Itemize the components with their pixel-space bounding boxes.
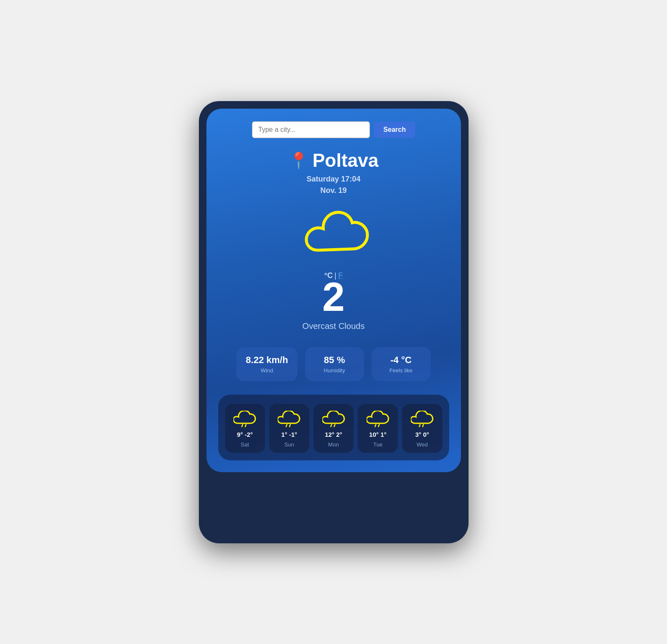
forecast-card-0: 9° -2° Sat bbox=[225, 404, 265, 453]
wind-label: Wind bbox=[246, 367, 288, 374]
search-bar: Search bbox=[218, 121, 449, 138]
app-container: Search 📍 Poltava Saturday 17:04 Nov. 19 … bbox=[199, 101, 469, 543]
forecast-temps-2: 12° 2° bbox=[325, 431, 342, 438]
weather-description: Overcast Clouds bbox=[218, 321, 449, 331]
humidity-label: Humidity bbox=[314, 367, 355, 374]
forecast-cloud-icon-4 bbox=[411, 411, 434, 428]
pin-icon: 📍 bbox=[289, 151, 308, 170]
search-input[interactable] bbox=[252, 121, 370, 138]
forecast-temps-4: 3° 0° bbox=[415, 431, 429, 438]
svg-line-5 bbox=[334, 425, 335, 427]
svg-line-2 bbox=[286, 425, 287, 427]
search-button[interactable]: Search bbox=[374, 122, 415, 138]
forecast-cloud-icon-0 bbox=[233, 411, 256, 428]
svg-line-4 bbox=[331, 425, 332, 427]
forecast-row: 9° -2° Sat 1° -1° Sun bbox=[225, 404, 442, 453]
svg-line-1 bbox=[245, 425, 246, 427]
forecast-card-3: 10° 1° Tue bbox=[358, 404, 398, 453]
city-name-text: Poltava bbox=[313, 150, 379, 171]
forecast-card-2: 12° 2° Mon bbox=[313, 404, 354, 453]
svg-line-3 bbox=[289, 425, 290, 427]
forecast-day-2: Mon bbox=[328, 441, 339, 448]
city-date: Saturday 17:04 Nov. 19 bbox=[218, 174, 449, 196]
forecast-cloud-icon-3 bbox=[367, 411, 389, 428]
humidity-card: 85 % Humidity bbox=[305, 347, 364, 381]
wind-card: 8.22 km/h Wind bbox=[236, 347, 297, 381]
svg-line-6 bbox=[375, 425, 376, 427]
app-inner: Search 📍 Poltava Saturday 17:04 Nov. 19 … bbox=[206, 109, 461, 472]
forecast-temps-1: 1° -1° bbox=[281, 431, 297, 438]
forecast-cloud-icon-2 bbox=[322, 411, 345, 428]
cloud-icon bbox=[298, 209, 370, 264]
feels-like-card: -4 °C Feels like bbox=[372, 347, 431, 381]
forecast-card-4: 3° 0° Wed bbox=[402, 404, 442, 453]
forecast-day-4: Wed bbox=[417, 441, 428, 448]
forecast-day-3: Tue bbox=[373, 441, 383, 448]
svg-line-9 bbox=[423, 425, 423, 427]
humidity-value: 85 % bbox=[314, 355, 355, 366]
forecast-temps-3: 10° 1° bbox=[369, 431, 386, 438]
forecast-cloud-icon-1 bbox=[278, 411, 300, 428]
forecast-section: 9° -2° Sat 1° -1° Sun bbox=[218, 395, 449, 460]
weather-icon-section bbox=[218, 209, 449, 264]
svg-line-7 bbox=[378, 425, 379, 427]
temperature-value: 2 bbox=[218, 277, 449, 317]
temp-section: °C | F 2 Overcast Clouds bbox=[218, 271, 449, 331]
feels-like-label: Feels like bbox=[381, 367, 421, 374]
wind-value: 8.22 km/h bbox=[246, 355, 288, 366]
feels-like-value: -4 °C bbox=[381, 355, 421, 366]
city-section: 📍 Poltava Saturday 17:04 Nov. 19 bbox=[218, 150, 449, 196]
city-name-row: 📍 Poltava bbox=[218, 150, 449, 171]
forecast-temps-0: 9° -2° bbox=[237, 431, 253, 438]
svg-line-0 bbox=[242, 425, 243, 427]
svg-line-8 bbox=[419, 425, 420, 427]
forecast-card-1: 1° -1° Sun bbox=[269, 404, 309, 453]
forecast-day-1: Sun bbox=[284, 441, 294, 448]
stats-row: 8.22 km/h Wind 85 % Humidity -4 °C Feels… bbox=[218, 347, 449, 381]
forecast-day-0: Sat bbox=[241, 441, 249, 448]
